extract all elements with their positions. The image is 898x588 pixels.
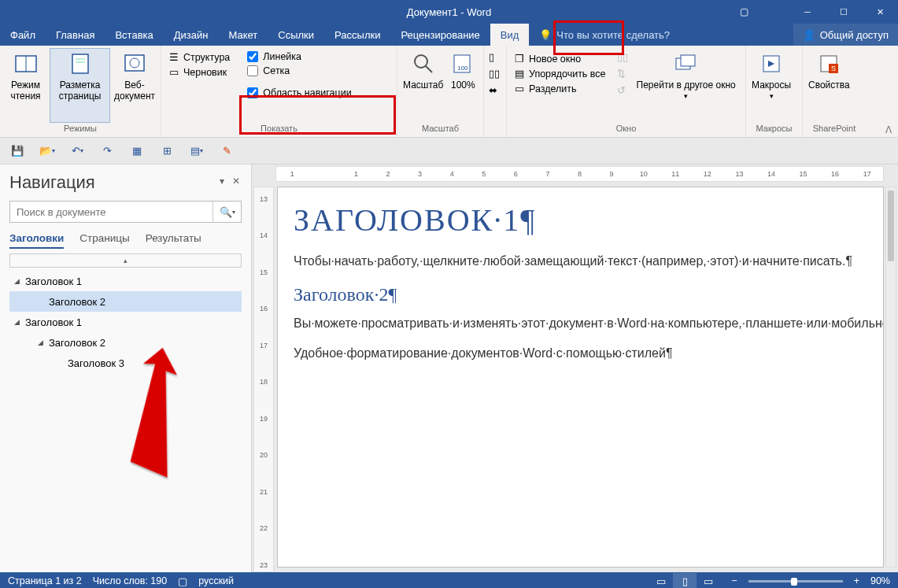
save-icon[interactable]: 💾 (8, 142, 27, 161)
switch-windows-icon (673, 50, 700, 77)
tell-me[interactable]: 💡 Что вы хотите сделать? (529, 24, 680, 46)
new-window-label: Новое окно (529, 54, 581, 65)
tab-view[interactable]: Вид (490, 24, 530, 46)
clear-format-icon[interactable]: ✎ (217, 142, 236, 161)
gridlines-checkbox[interactable]: Сетка (247, 65, 351, 76)
vertical-scrollbar[interactable] (885, 187, 896, 568)
print-view-icon[interactable]: ▯ (673, 573, 697, 588)
tab-mailings[interactable]: Рассылки (324, 24, 390, 46)
switch-windows-button[interactable]: Перейти в другое окно▾ (634, 48, 738, 123)
doc-paragraph[interactable]: Вы·можете·просматривать·и·изменять·этот·… (294, 313, 867, 334)
horizontal-ruler[interactable]: 11234567891011121314151617 (275, 166, 884, 182)
read-mode-button[interactable]: Режим чтения (3, 48, 48, 123)
read-view-icon[interactable]: ▭ (649, 573, 673, 588)
nav-tab-results[interactable]: Результаты (146, 232, 201, 249)
ribbon-display-icon[interactable]: ▢ (740, 6, 748, 17)
share-label: Общий доступ (820, 29, 889, 41)
tree-item[interactable]: ◢Заголовок 1 (9, 271, 242, 291)
status-language[interactable]: русский (198, 575, 234, 586)
zoom-level[interactable]: 90% (870, 575, 890, 586)
split-button[interactable]: ▭Разделить (510, 81, 611, 96)
scrollbar-thumb[interactable] (888, 190, 894, 261)
nav-search-input[interactable] (10, 202, 212, 222)
reset-pos-icon: ↺ (617, 84, 628, 96)
insert-table-icon[interactable]: ⊞ (157, 142, 176, 161)
tab-home[interactable]: Главная (46, 24, 105, 46)
one-page-icon[interactable]: ▯ (489, 51, 500, 63)
redo-icon[interactable]: ↷ (98, 142, 116, 161)
doc-paragraph[interactable]: Удобное·форматирование·документов·Word·с… (294, 343, 867, 364)
zoom-slider-thumb[interactable] (791, 578, 797, 586)
web-layout-button[interactable]: Веб-документ (112, 48, 157, 123)
status-words[interactable]: Число слов: 190 (93, 575, 168, 586)
macros-button[interactable]: Макросы▾ (749, 48, 793, 123)
vertical-ruler[interactable]: 1314151617181920212223 (253, 187, 274, 572)
tab-references[interactable]: Ссылки (268, 24, 324, 46)
nav-tab-headings[interactable]: Заголовки (9, 232, 64, 249)
navpane-checkbox[interactable]: Область навигации (247, 87, 351, 98)
ruler-check-input[interactable] (247, 51, 258, 62)
zoom-button[interactable]: Масштаб (401, 48, 445, 123)
web-view-icon[interactable]: ▭ (697, 573, 720, 588)
tab-insert[interactable]: Вставка (105, 24, 163, 46)
caret-down-icon: ◢ (38, 338, 49, 346)
group-sharepoint: S Свойства SharePoint (803, 46, 866, 137)
maximize-button[interactable]: ☐ (826, 0, 862, 24)
nav-collapse-bar[interactable]: ▴ (9, 253, 242, 268)
new-window-button[interactable]: ❐Новое окно (510, 51, 611, 66)
tree-item[interactable]: ◢Заголовок 2 (9, 332, 242, 353)
svg-rect-12 (681, 55, 695, 66)
arrange-all-label: Упорядочить все (529, 68, 606, 80)
status-bar: Страница 1 из 2 Число слов: 190 ▢ русски… (0, 572, 898, 588)
tree-item[interactable]: Заголовок 2 (9, 291, 242, 312)
proofing-icon[interactable]: ▢ (178, 575, 187, 587)
page-width-icon[interactable]: ⬌ (489, 84, 500, 96)
properties-button[interactable]: S Свойства (806, 48, 852, 123)
print-layout-button[interactable]: Разметка страницы (50, 48, 110, 123)
tab-layout[interactable]: Макет (218, 24, 268, 46)
doc-heading-2[interactable]: Заголовок·2¶ (294, 284, 867, 305)
tree-item[interactable]: ◢Заголовок 1 (9, 312, 242, 332)
zoom-group-label: Масштаб (401, 123, 480, 137)
multi-page-icon[interactable]: ▯▯ (489, 68, 500, 80)
ribbon: Режим чтения Разметка страницы Веб-докум… (0, 46, 898, 138)
outline-label: Структура (183, 52, 230, 63)
navpane-close[interactable]: ▾ ✕ (220, 176, 240, 187)
zoom-out-icon[interactable]: − (731, 575, 737, 586)
nav-search: 🔍▾ (9, 201, 242, 223)
view-mode-buttons: ▭ ▯ ▭ (649, 573, 720, 588)
sync-scroll-icon: ⇅ (617, 68, 628, 80)
doc-heading-1[interactable]: ЗАГОЛОВОК·1¶ (294, 202, 867, 239)
minimize-button[interactable]: ─ (789, 0, 826, 24)
status-page[interactable]: Страница 1 из 2 (8, 575, 82, 586)
ruler-checkbox[interactable]: Линейка (247, 51, 351, 62)
page-canvas[interactable]: ЗАГОЛОВОК·1¶ Чтобы·начать·работу,·щелкни… (277, 187, 884, 568)
tab-file[interactable]: Файл (0, 24, 46, 46)
borders-icon[interactable]: ▤▾ (187, 142, 206, 161)
zoom-in-icon[interactable]: + (854, 575, 859, 586)
open-icon[interactable]: 📂▾ (38, 142, 57, 161)
navpane-check-input[interactable] (247, 87, 258, 98)
ruler-label: Линейка (263, 51, 301, 62)
person-icon: 👤 (803, 29, 815, 41)
collapse-ribbon-icon[interactable]: ᐱ (885, 124, 892, 135)
navpane-title: Навигация (9, 172, 95, 193)
arrange-all-button[interactable]: ▤Упорядочить все (510, 66, 611, 81)
nav-search-button[interactable]: 🔍▾ (212, 202, 241, 222)
nav-tab-pages[interactable]: Страницы (79, 232, 129, 249)
gridlines-check-input[interactable] (247, 65, 258, 76)
tab-design[interactable]: Дизайн (164, 24, 219, 46)
main-area: Навигация ▾ ✕ 🔍▾ Заголовки Страницы Резу… (0, 165, 898, 572)
draft-button[interactable]: ▭Черновик (169, 66, 230, 78)
doc-paragraph[interactable]: Чтобы·начать·работу,·щелкните·любой·заме… (294, 251, 867, 272)
zoom-100-button[interactable]: 100 100% (447, 48, 479, 123)
table-icon[interactable]: ▦ (127, 142, 146, 161)
share-button[interactable]: 👤 Общий доступ (793, 24, 898, 46)
close-button[interactable]: ✕ (862, 0, 898, 24)
tree-item[interactable]: Заголовок 3 (9, 353, 242, 373)
tab-review[interactable]: Рецензирование (390, 24, 490, 46)
magnifier-icon (410, 50, 437, 77)
zoom-slider[interactable] (748, 580, 843, 582)
undo-icon[interactable]: ↶▾ (68, 142, 87, 161)
outline-button[interactable]: ☰Структура (169, 51, 230, 63)
